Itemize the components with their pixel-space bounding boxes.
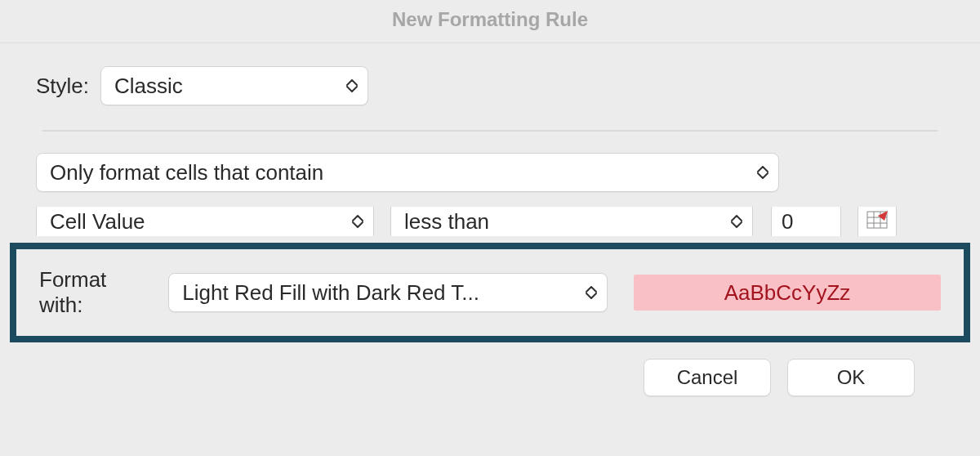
cell-reference-icon: [866, 211, 888, 232]
style-row: Style: Classic: [36, 66, 944, 105]
format-preset-value: Light Red Fill with Dark Red T...: [182, 280, 479, 306]
rule-type-row: Only format cells that contain: [36, 153, 944, 192]
condition-operator-value: less than: [404, 209, 489, 235]
condition-subject-value: Cell Value: [50, 209, 145, 235]
new-formatting-rule-dialog: New Formatting Rule Style: Classic Only …: [0, 0, 980, 456]
dialog-content: Style: Classic Only format cells that co…: [0, 43, 980, 456]
style-select[interactable]: Classic: [100, 66, 368, 105]
ok-button-label: OK: [837, 366, 866, 389]
condition-row: Cell Value less than 0: [36, 207, 944, 236]
updown-caret-icon: [352, 215, 363, 228]
updown-caret-icon: [731, 215, 742, 228]
rule-type-select[interactable]: Only format cells that contain: [36, 153, 779, 192]
updown-caret-icon: [757, 166, 768, 179]
cancel-button-label: Cancel: [677, 366, 738, 389]
updown-caret-icon: [586, 286, 597, 299]
style-select-value: Classic: [114, 74, 183, 99]
condition-value-input[interactable]: 0: [771, 207, 841, 236]
dialog-footer: Cancel OK: [36, 342, 944, 396]
condition-subject-select[interactable]: Cell Value: [36, 207, 374, 236]
format-with-label: Format with:: [39, 267, 155, 318]
format-preset-select[interactable]: Light Red Fill with Dark Red T...: [168, 273, 608, 312]
section-divider: [42, 130, 938, 132]
style-label: Style:: [36, 74, 89, 99]
cancel-button[interactable]: Cancel: [644, 359, 771, 396]
cell-reference-button[interactable]: [858, 207, 897, 236]
format-preview: AaBbCcYyZz: [634, 275, 941, 311]
rule-type-value: Only format cells that contain: [50, 160, 323, 186]
updown-caret-icon: [346, 79, 358, 92]
condition-operator-select[interactable]: less than: [390, 207, 753, 236]
condition-value-text: 0: [782, 209, 793, 235]
dialog-title: New Formatting Rule: [0, 0, 980, 43]
ok-button[interactable]: OK: [787, 359, 915, 396]
format-with-callout: Format with: Light Red Fill with Dark Re…: [10, 243, 970, 342]
